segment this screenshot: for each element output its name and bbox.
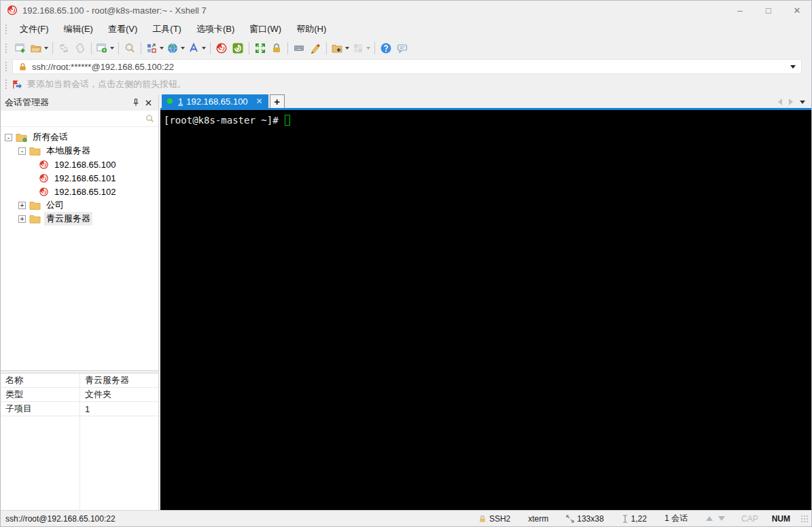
reconnect-icon bbox=[74, 42, 86, 54]
address-dropdown-caret[interactable] bbox=[790, 65, 796, 69]
status-session-count-label: 1 会话 bbox=[665, 513, 688, 524]
xftp-icon bbox=[232, 42, 244, 54]
caps-lock-indicator: CAP bbox=[735, 514, 765, 524]
tab-bar: 1 192.168.65.100 ✕ + bbox=[160, 94, 811, 110]
highlight-button[interactable] bbox=[307, 40, 323, 56]
new-folder-caret bbox=[345, 47, 349, 50]
tree-item-session-101[interactable]: 192.168.65.101 bbox=[1, 171, 158, 185]
lock-screen-button[interactable] bbox=[268, 40, 285, 56]
tree-item-company[interactable]: + 公司 bbox=[1, 198, 158, 212]
tree-item-session-100[interactable]: 192.168.65.100 bbox=[1, 158, 158, 171]
window-resize-grip[interactable] bbox=[800, 514, 809, 523]
status-protocol-label: SSH2 bbox=[489, 514, 510, 524]
menu-edit[interactable]: 编辑(E) bbox=[56, 20, 101, 38]
tree-item-all-sessions[interactable]: - 所有会话 bbox=[1, 130, 158, 144]
info-bar: 要添加当前会话，点击左侧的箭头按钮。 bbox=[1, 75, 811, 93]
prev-session-arrow-icon[interactable] bbox=[706, 516, 713, 521]
num-lock-indicator: NUM bbox=[765, 514, 797, 524]
menu-tab[interactable]: 选项卡(B) bbox=[189, 20, 242, 38]
maximize-button[interactable]: □ bbox=[754, 1, 783, 20]
session-search-input[interactable] bbox=[5, 114, 145, 124]
tab-list-caret-icon[interactable] bbox=[800, 101, 805, 104]
tree-item-qingyun[interactable]: + 青云服务器 bbox=[1, 212, 158, 225]
close-panel-button[interactable] bbox=[142, 96, 154, 109]
scroll-tabs-left-icon[interactable] bbox=[778, 98, 782, 105]
open-session-caret bbox=[44, 47, 48, 50]
open-session-button[interactable] bbox=[29, 40, 50, 56]
infobar-grip[interactable] bbox=[5, 79, 8, 90]
property-value: 青云服务器 bbox=[80, 374, 158, 386]
status-session-count: 1 会话 bbox=[656, 513, 696, 524]
tile-windows-button[interactable] bbox=[351, 40, 372, 56]
session-search-box bbox=[1, 111, 158, 127]
tab-label: 192.168.65.100 bbox=[186, 96, 247, 107]
toolbar-grip[interactable] bbox=[5, 43, 8, 54]
expander-icon[interactable]: - bbox=[18, 147, 26, 155]
font-button[interactable] bbox=[186, 40, 207, 56]
disconnect-button[interactable] bbox=[56, 40, 72, 56]
folder-icon bbox=[29, 214, 41, 223]
tab-session-100[interactable]: 1 192.168.65.100 ✕ bbox=[162, 94, 268, 108]
find-button[interactable] bbox=[122, 40, 138, 56]
web-button[interactable] bbox=[165, 40, 186, 56]
compose-pane-button[interactable] bbox=[144, 40, 165, 56]
search-icon[interactable] bbox=[145, 114, 154, 123]
menu-file[interactable]: 文件(F) bbox=[12, 20, 56, 38]
new-folder-button[interactable] bbox=[330, 40, 351, 56]
tree-item-session-102[interactable]: 192.168.65.102 bbox=[1, 185, 158, 198]
property-row-type: 类型 文件夹 bbox=[1, 388, 158, 402]
terminal[interactable]: [root@k8s-master ~]# bbox=[160, 110, 811, 510]
messenger-icon bbox=[396, 42, 408, 54]
menu-view[interactable]: 查看(V) bbox=[101, 20, 145, 38]
tab-close-button[interactable]: ✕ bbox=[256, 96, 263, 106]
menu-window[interactable]: 窗口(W) bbox=[242, 20, 289, 38]
xshell-logo-icon bbox=[7, 5, 18, 16]
tree-item-local-servers[interactable]: - 本地服务器 bbox=[1, 144, 158, 158]
properties-filler bbox=[1, 416, 158, 510]
tab-nav bbox=[778, 98, 811, 108]
address-lock-icon bbox=[18, 62, 27, 71]
toolbar-separator bbox=[326, 42, 327, 54]
fullscreen-button[interactable] bbox=[252, 40, 268, 56]
new-session-button[interactable] bbox=[12, 40, 29, 56]
help-icon bbox=[380, 42, 392, 54]
menubar-grip[interactable] bbox=[5, 24, 8, 35]
minimize-button[interactable]: – bbox=[726, 1, 754, 20]
reconnect-button[interactable] bbox=[72, 40, 88, 56]
new-session-icon bbox=[14, 42, 27, 54]
property-name: 子项目 bbox=[1, 402, 80, 416]
open-folder-icon bbox=[30, 42, 42, 54]
status-term-type-label: xterm bbox=[528, 514, 548, 524]
session-properties-button[interactable] bbox=[94, 40, 116, 56]
pin-panel-button[interactable] bbox=[130, 96, 142, 109]
folder-all-sessions-icon bbox=[16, 132, 27, 142]
terminal-cursor bbox=[285, 115, 290, 126]
next-session-arrow-icon[interactable] bbox=[718, 516, 725, 521]
virtual-keyboard-button[interactable] bbox=[291, 40, 307, 56]
help-button[interactable] bbox=[378, 40, 394, 56]
property-value: 文件夹 bbox=[80, 388, 158, 401]
toolbar-separator bbox=[118, 42, 119, 54]
status-connection-url: ssh://root@192.168.65.100:22 bbox=[5, 514, 470, 524]
expander-icon[interactable]: + bbox=[18, 202, 26, 209]
xftp-button[interactable] bbox=[230, 40, 246, 56]
xshell-session-icon bbox=[39, 187, 49, 197]
address-input[interactable] bbox=[32, 62, 790, 72]
session-manager-header: 会话管理器 bbox=[1, 94, 158, 111]
add-session-flag-icon[interactable] bbox=[12, 79, 22, 90]
xshell-button[interactable] bbox=[213, 40, 230, 56]
close-button[interactable]: ✕ bbox=[783, 1, 811, 20]
menu-help[interactable]: 帮助(H) bbox=[289, 20, 334, 38]
scroll-tabs-right-icon[interactable] bbox=[789, 98, 793, 105]
menu-tools[interactable]: 工具(T) bbox=[145, 20, 189, 38]
new-tab-button[interactable]: + bbox=[270, 94, 285, 108]
title-bar: 192.168.65.100 - root@k8s-master:~ - Xsh… bbox=[1, 1, 811, 20]
toolbar-separator bbox=[374, 42, 375, 54]
virtual-keyboard-icon bbox=[293, 42, 305, 54]
expander-icon[interactable]: - bbox=[5, 134, 12, 141]
tree-item-label: 公司 bbox=[44, 198, 66, 212]
expander-icon[interactable]: + bbox=[18, 215, 26, 223]
addressbar-grip[interactable] bbox=[5, 61, 8, 72]
messenger-button[interactable] bbox=[394, 40, 410, 56]
property-value: 1 bbox=[80, 404, 158, 414]
